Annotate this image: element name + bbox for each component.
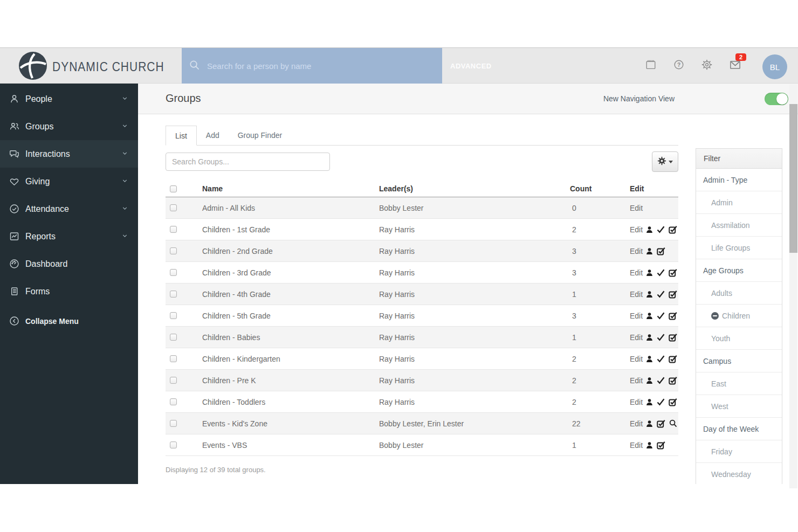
person-icon[interactable] (645, 247, 653, 255)
sidebar-item-reports[interactable]: Reports (0, 223, 138, 250)
table-settings-button[interactable] (652, 151, 678, 172)
edit-link[interactable]: Edit (630, 312, 643, 320)
check-square-icon[interactable] (668, 354, 678, 364)
person-icon[interactable] (645, 441, 653, 450)
col-header-count[interactable]: Count (570, 184, 630, 193)
check-square-icon[interactable] (668, 397, 678, 407)
col-header-name[interactable]: Name (202, 184, 379, 193)
edit-link[interactable]: Edit (630, 441, 643, 450)
person-icon[interactable] (645, 290, 653, 299)
search-icon[interactable] (669, 419, 678, 428)
check-square-icon[interactable] (668, 333, 678, 342)
check-icon[interactable] (656, 354, 665, 363)
edit-link[interactable]: Edit (630, 376, 643, 385)
sidebar-item-forms[interactable]: Forms (0, 278, 138, 305)
sidebar-item-giving[interactable]: Giving (0, 168, 138, 195)
group-search-input[interactable] (166, 153, 330, 171)
edit-link[interactable]: Edit (630, 204, 643, 212)
check-square-icon[interactable] (668, 376, 678, 385)
check-square-icon[interactable] (656, 246, 666, 256)
edit-link[interactable]: Edit (630, 419, 643, 428)
sidebar-item-attendance[interactable]: Attendance (0, 195, 138, 223)
help-icon[interactable]: ? (673, 59, 685, 73)
table-row: Children - Pre K Ray Harris 2 Edit (166, 370, 678, 391)
new-navigation-toggle[interactable] (765, 93, 788, 105)
row-checkbox[interactable] (170, 420, 177, 427)
filter-option-assmilation[interactable]: Assmilation (696, 214, 782, 237)
filter-option-friday[interactable]: Friday (696, 440, 782, 463)
filter-option-wednesday[interactable]: Wednesday (696, 463, 782, 484)
filter-option-life-groups[interactable]: Life Groups (696, 237, 782, 259)
edit-link[interactable]: Edit (630, 398, 643, 406)
row-checkbox[interactable] (170, 377, 177, 384)
check-icon[interactable] (656, 397, 665, 406)
person-search-input[interactable]: Search for a person by name (182, 48, 442, 84)
row-checkbox[interactable] (170, 204, 177, 211)
check-icon[interactable] (656, 376, 665, 385)
person-icon[interactable] (645, 225, 653, 234)
row-checkbox[interactable] (170, 441, 177, 448)
filter-option-west[interactable]: West (696, 395, 782, 418)
row-checkbox[interactable] (170, 334, 177, 341)
sidebar-item-people[interactable]: People (0, 85, 138, 113)
person-icon[interactable] (645, 312, 653, 320)
row-checkbox[interactable] (170, 398, 177, 405)
person-icon[interactable] (645, 268, 653, 277)
brand-logo[interactable]: DYNAMIC CHURCH (19, 52, 164, 82)
check-icon[interactable] (656, 225, 665, 234)
edit-link[interactable]: Edit (630, 333, 643, 342)
sidebar-collapse-menu[interactable]: Collapse Menu (0, 307, 138, 335)
col-header-leaders[interactable]: Leader(s) (379, 184, 570, 193)
tab-list[interactable]: List (166, 126, 197, 146)
check-square-icon[interactable] (668, 225, 678, 234)
tab-group-finder[interactable]: Group Finder (229, 126, 291, 146)
filter-option-children[interactable]: Children (696, 305, 782, 327)
edit-link[interactable]: Edit (630, 247, 643, 255)
person-icon[interactable] (645, 333, 653, 342)
check-square-icon[interactable] (656, 440, 666, 450)
check-square-icon[interactable] (668, 268, 678, 278)
sidebar-item-interactions[interactable]: Interactions (0, 140, 138, 168)
edit-link[interactable]: Edit (630, 268, 643, 277)
table-row: Children - 4th Grade Ray Harris 1 Edit (166, 284, 678, 305)
row-checkbox[interactable] (170, 355, 177, 362)
settings-icon[interactable] (701, 59, 713, 73)
person-icon[interactable] (645, 419, 653, 428)
check-icon[interactable] (656, 289, 665, 299)
mail-icon[interactable]: 2 (729, 59, 741, 73)
row-checkbox[interactable] (170, 226, 177, 233)
scrollbar-track[interactable] (789, 84, 797, 488)
check-icon[interactable] (656, 268, 665, 277)
sidebar-item-groups[interactable]: Groups (0, 113, 138, 140)
edit-link[interactable]: Edit (630, 290, 643, 299)
filter-category-campus[interactable]: Campus (696, 350, 782, 372)
check-square-icon[interactable] (656, 419, 666, 429)
filter-option-youth[interactable]: Youth (696, 327, 782, 350)
edit-link[interactable]: Edit (630, 225, 643, 234)
check-square-icon[interactable] (668, 311, 678, 321)
check-icon[interactable] (656, 311, 665, 320)
filter-option-adults[interactable]: Adults (696, 282, 782, 305)
person-icon[interactable] (645, 355, 653, 363)
sidebar-item-dashboard[interactable]: Dashboard (0, 250, 138, 278)
person-icon[interactable] (645, 376, 653, 385)
person-icon[interactable] (645, 398, 653, 406)
row-checkbox[interactable] (170, 247, 177, 254)
check-icon[interactable] (656, 333, 665, 342)
advanced-search-link[interactable]: ADVANCED (450, 62, 492, 70)
row-checkbox[interactable] (170, 312, 177, 319)
filter-option-admin[interactable]: Admin (696, 191, 782, 214)
filter-category-day-of-the-week[interactable]: Day of the Week (696, 418, 782, 440)
row-checkbox[interactable] (170, 291, 177, 298)
filter-category-age-groups[interactable]: Age Groups (696, 259, 782, 282)
edit-link[interactable]: Edit (630, 355, 643, 363)
row-checkbox[interactable] (170, 269, 177, 276)
tab-add[interactable]: Add (197, 126, 229, 146)
filter-option-east[interactable]: East (696, 372, 782, 395)
avatar[interactable]: BL (762, 54, 787, 79)
scrollbar-thumb[interactable] (789, 104, 797, 253)
check-square-icon[interactable] (668, 289, 678, 299)
filter-category-admin-type[interactable]: Admin - Type (696, 169, 782, 191)
select-all-checkbox[interactable] (170, 185, 177, 192)
calendar-icon[interactable] (645, 59, 657, 73)
